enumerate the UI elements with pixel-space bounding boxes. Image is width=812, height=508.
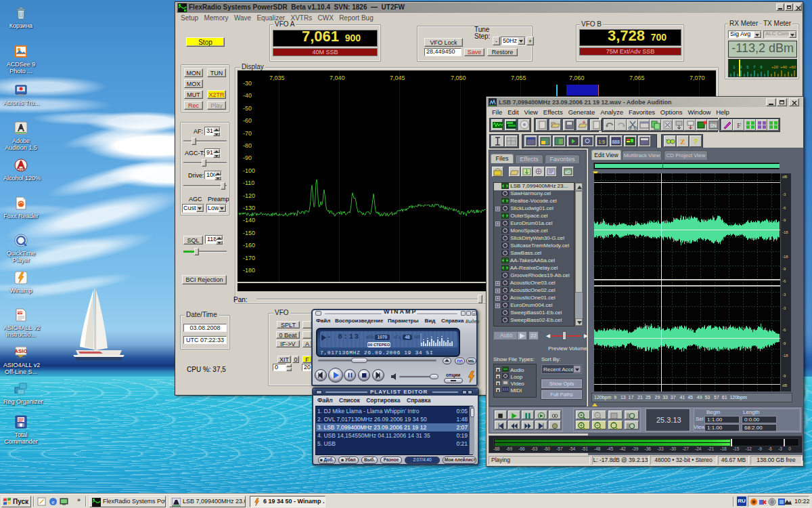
svg-text:1: 1: [733, 65, 736, 69]
svg-text:120%: 120%: [17, 167, 26, 171]
svg-text:SN: SN: [710, 123, 717, 128]
svg-text:Z: Z: [680, 137, 685, 146]
svg-text:e: e: [52, 499, 55, 505]
svg-text:?: ?: [694, 137, 698, 146]
svg-text:5: 5: [746, 65, 749, 69]
svg-text:ASIO: ASIO: [14, 348, 28, 354]
svg-text:1:5: 1:5: [598, 140, 605, 144]
svg-text:PDF: PDF: [17, 311, 23, 314]
svg-text:+60: +60: [789, 65, 796, 69]
svg-text:+20: +20: [771, 65, 779, 69]
svg-text:888: 888: [612, 140, 620, 144]
svg-text:xD: xD: [565, 170, 571, 175]
svg-text:9: 9: [760, 65, 763, 69]
svg-text:7: 7: [753, 65, 756, 69]
svg-text:+40: +40: [780, 65, 788, 69]
svg-text:F: F: [737, 121, 741, 129]
